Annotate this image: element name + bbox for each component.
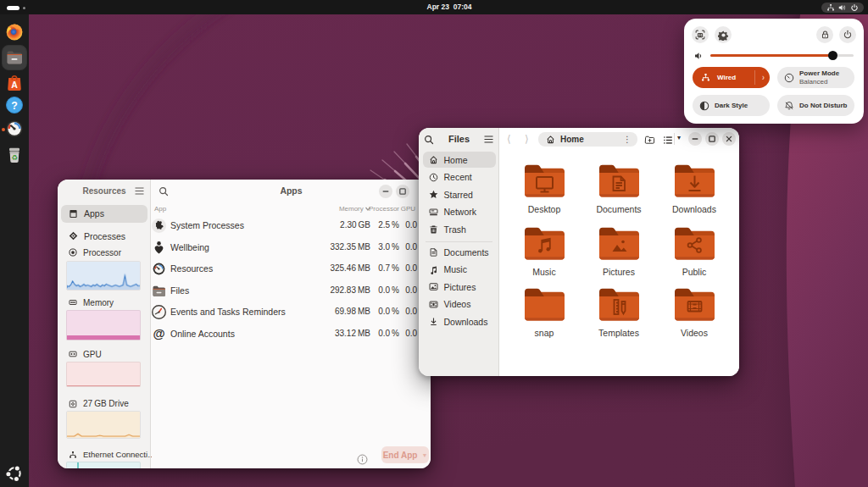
svg-text:@: @ <box>153 327 164 340</box>
svg-text:A: A <box>11 79 18 89</box>
svg-text:?: ? <box>11 100 18 112</box>
svg-text:♻: ♻ <box>11 153 18 162</box>
